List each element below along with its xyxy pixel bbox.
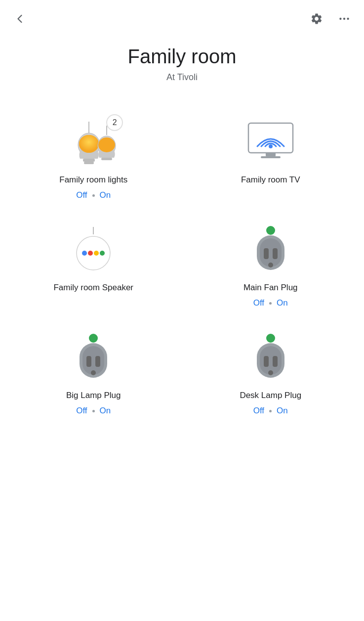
status-on-big-lamp-plug[interactable]: On — [100, 406, 111, 416]
page-subtitle: At Tivoli — [10, 72, 354, 83]
plug-icon-desk-lamp — [246, 332, 295, 382]
more-options-button[interactable] — [334, 9, 354, 29]
svg-point-35 — [266, 333, 276, 343]
device-name-family-room-tv: Family room TV — [241, 175, 300, 185]
status-on-main-fan-plug[interactable]: On — [277, 298, 288, 308]
device-name-desk-lamp-plug: Desk Lamp Plug — [240, 390, 301, 401]
svg-rect-5 — [84, 162, 94, 164]
status-dot-main-fan-plug — [269, 302, 272, 305]
device-name-big-lamp-plug: Big Lamp Plug — [66, 390, 121, 401]
status-off-main-fan-plug[interactable]: Off — [253, 298, 264, 308]
svg-point-21 — [94, 251, 99, 256]
device-card-family-room-speaker[interactable]: Family room Speaker — [5, 210, 182, 318]
svg-rect-26 — [264, 248, 269, 259]
settings-button[interactable] — [307, 9, 326, 29]
svg-point-22 — [100, 251, 105, 256]
svg-point-34 — [91, 370, 96, 375]
gear-icon — [310, 12, 323, 25]
svg-point-23 — [266, 225, 276, 235]
header — [0, 0, 364, 30]
page-title: Family room — [10, 44, 354, 68]
svg-rect-33 — [95, 356, 100, 367]
device-status-main-fan-plug: Off On — [253, 298, 288, 308]
svg-rect-10 — [101, 158, 112, 160]
device-icon-desk-lamp-plug — [241, 330, 300, 384]
svg-point-28 — [268, 263, 273, 267]
device-icon-family-room-lights: 2 — [64, 114, 123, 169]
status-dot-big-lamp-plug — [92, 410, 95, 412]
header-icons — [307, 9, 354, 29]
svg-point-11 — [98, 137, 115, 152]
svg-point-7 — [79, 135, 99, 153]
device-card-family-room-tv[interactable]: Family room TV — [182, 102, 360, 210]
device-card-family-room-lights[interactable]: 2 Family room lights Off On — [5, 102, 182, 210]
tv-icon — [243, 119, 298, 164]
svg-rect-32 — [86, 356, 91, 367]
device-grid: 2 Family room lights Off On — [0, 92, 364, 436]
svg-rect-14 — [266, 153, 276, 156]
svg-rect-38 — [264, 356, 269, 367]
status-on-family-room-lights[interactable]: On — [100, 190, 111, 200]
device-status-big-lamp-plug: Off On — [76, 406, 111, 416]
device-icon-main-fan-plug — [241, 222, 300, 276]
status-dot-family-room-lights — [92, 194, 95, 197]
device-icon-family-room-speaker — [64, 222, 123, 276]
lights-badge: 2 — [106, 114, 123, 131]
svg-point-18 — [77, 236, 110, 270]
svg-point-19 — [82, 251, 87, 256]
device-name-main-fan-plug: Main Fan Plug — [243, 282, 298, 293]
status-off-desk-lamp-plug[interactable]: Off — [253, 406, 264, 416]
status-on-desk-lamp-plug[interactable]: On — [277, 406, 288, 416]
svg-rect-4 — [83, 159, 95, 162]
back-button[interactable] — [10, 9, 30, 29]
plug-icon-main-fan — [246, 224, 295, 274]
svg-point-16 — [269, 144, 273, 148]
svg-point-1 — [343, 18, 345, 20]
device-icon-family-room-tv — [241, 114, 300, 169]
status-off-big-lamp-plug[interactable]: Off — [76, 406, 87, 416]
device-status-desk-lamp-plug: Off On — [253, 406, 288, 416]
speaker-icon — [69, 224, 118, 274]
status-off-family-room-lights[interactable]: Off — [76, 190, 87, 200]
svg-point-20 — [88, 251, 93, 256]
dots-icon — [338, 12, 351, 25]
svg-point-2 — [347, 18, 349, 20]
device-name-family-room-lights: Family room lights — [59, 175, 127, 185]
svg-rect-39 — [273, 356, 278, 367]
svg-point-40 — [268, 370, 273, 375]
device-card-desk-lamp-plug[interactable]: Desk Lamp Plug Off On — [182, 318, 360, 426]
title-section: Family room At Tivoli — [0, 30, 364, 92]
svg-point-0 — [339, 18, 341, 20]
device-icon-big-lamp-plug — [64, 330, 123, 384]
plug-icon-big-lamp — [69, 332, 118, 382]
svg-rect-15 — [261, 156, 281, 158]
device-card-main-fan-plug[interactable]: Main Fan Plug Off On — [182, 210, 360, 318]
svg-rect-27 — [273, 248, 278, 259]
device-card-big-lamp-plug[interactable]: Big Lamp Plug Off On — [5, 318, 182, 426]
status-dot-desk-lamp-plug — [269, 410, 272, 412]
svg-point-29 — [88, 333, 98, 343]
device-status-family-room-lights: Off On — [76, 190, 111, 200]
device-name-family-room-speaker: Family room Speaker — [53, 282, 133, 293]
